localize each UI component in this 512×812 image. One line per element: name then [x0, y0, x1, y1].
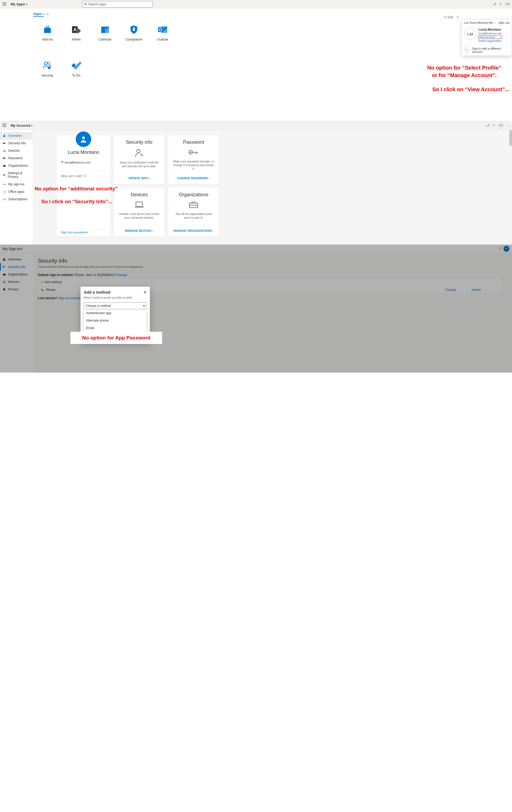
app-calendar[interactable]: Calendar — [91, 24, 119, 50]
app-label: Security — [41, 74, 53, 77]
modal-backdrop[interactable] — [0, 244, 512, 373]
annotation: No option for “Select Profile” or for “M… — [427, 64, 501, 79]
option-email[interactable]: Email — [84, 324, 146, 332]
signin-different-account[interactable]: Sign in with a different account — [462, 45, 511, 55]
app-compliance[interactable]: Compliance — [119, 24, 148, 50]
topbar: My Apps▾ 🔍︎ Search apps ⎇ ? LM — [0, 0, 512, 8]
compliance-icon — [129, 24, 139, 35]
app-outlook[interactable]: Outlook — [148, 24, 177, 50]
chevron-down-icon: ▾ — [42, 13, 44, 16]
svg-point-19 — [82, 137, 85, 139]
account-flyout: Los Toros Mexican Restaurant & Ca... Sig… — [462, 20, 511, 55]
calendar-icon — [100, 24, 110, 35]
signout-everywhere-link[interactable]: Sign out everywhere — [61, 231, 88, 234]
org-chart-icon[interactable]: ⎇ — [486, 123, 490, 127]
key-icon: 🔑︎ — [3, 156, 6, 160]
person-key-icon — [134, 148, 144, 158]
more-icon[interactable]: ⋯ — [507, 123, 510, 127]
tab-apps-label: Apps — [33, 12, 42, 16]
tabs: Apps ▾ + — [33, 12, 512, 17]
view-account-link[interactable]: View account — [478, 35, 502, 39]
page-title[interactable]: My Account▾ — [11, 123, 32, 127]
pencil-icon: ✎ — [444, 16, 447, 19]
close-icon[interactable]: ✕ — [143, 290, 147, 294]
profile-avatar-icon — [76, 132, 91, 147]
signout-link[interactable]: Sign out — [499, 21, 509, 24]
search-input[interactable]: 🔍︎ Search apps — [82, 1, 152, 7]
sidebar-label: Settings & Privacy — [8, 171, 30, 179]
app-launcher-icon[interactable] — [3, 2, 7, 6]
sidebar-item-overview[interactable]: 👤︎Overview — [0, 132, 32, 140]
option-alternate-phone[interactable]: Alternate phone — [84, 317, 146, 324]
update-info-link[interactable]: UPDATE INFO › — [129, 177, 150, 180]
sidebar-label: Office apps — [8, 190, 24, 194]
tab-apps[interactable]: Apps ▾ — [33, 12, 44, 17]
more-icon[interactable]: ⋯ — [507, 41, 510, 44]
profile-email: ✉︎lucia@lostoros.com — [61, 161, 90, 164]
card-title: Password — [183, 140, 204, 145]
todo-icon — [71, 60, 82, 71]
sidebar-item-devices[interactable]: 💻︎Devices — [0, 147, 32, 154]
app-todo[interactable]: To Do — [62, 60, 91, 86]
security-icon — [42, 60, 53, 71]
modal-sub: Which method would you like to add? — [84, 296, 147, 299]
devices-card: Devices Disable a lost device and review… — [114, 188, 165, 236]
help-icon[interactable]: ? — [493, 123, 495, 127]
method-select[interactable]: Choose a method ▾ — [84, 302, 147, 309]
org-name: Los Toros Mexican Restaurant & Ca... — [464, 21, 496, 24]
app-launcher-icon[interactable] — [3, 123, 7, 128]
divider — [61, 171, 106, 171]
annotation: No option for “additional security” — [35, 186, 118, 192]
avatar[interactable]: LM — [505, 1, 510, 7]
annotation: No option for App Password — [70, 332, 162, 344]
signin-icon: ↪︎ — [3, 183, 6, 186]
organizations-card: Organizations See all the organizations … — [168, 188, 219, 236]
laptop-icon: 💻︎ — [3, 149, 6, 152]
avatar[interactable]: LM — [498, 123, 504, 128]
org-chart-icon[interactable]: ⎇ — [492, 2, 496, 6]
sidebar-label: Overview — [8, 134, 22, 138]
sidebar: 👤︎Overview 🔑︎Security info 💻︎Devices 🔑︎P… — [0, 130, 33, 244]
svg-point-22 — [190, 152, 192, 153]
help-icon[interactable]: ? — [500, 2, 501, 6]
app-label: Admin — [72, 38, 81, 41]
sidebar-item-office[interactable]: ▢Office apps — [0, 188, 32, 196]
list-view-icon[interactable]: ≡ — [457, 16, 459, 19]
sidebar-label: Subscriptions — [8, 197, 27, 201]
svg-rect-10 — [101, 27, 105, 33]
page-title[interactable]: My Apps▾ — [11, 2, 27, 6]
edit-label: Edit — [448, 16, 453, 19]
card-title: Security info — [126, 140, 152, 145]
security-info-card: Security info Keep your verification met… — [114, 135, 165, 184]
app-security[interactable]: Security — [33, 60, 62, 86]
app-admin[interactable]: A Admin — [62, 24, 91, 50]
scrollbar[interactable] — [509, 130, 512, 146]
manage-orgs-link[interactable]: MANAGE ORGANIZATIONS › — [174, 229, 214, 232]
change-password-link[interactable]: CHANGE PASSWORD › — [178, 177, 210, 180]
sidebar-item-settings[interactable]: ⚙︎Settings & Privacy — [0, 169, 32, 180]
signin-different-label: Sign in with a different account — [472, 47, 509, 53]
add-tab-button[interactable]: + — [46, 12, 49, 16]
sidebar-item-organizations[interactable]: 💼︎Organizations — [0, 162, 32, 169]
card-title: Organizations — [179, 192, 208, 198]
app-label: Add-Ins — [42, 38, 53, 41]
search-icon: 🔍︎ — [84, 2, 87, 6]
app-addins[interactable]: Add-Ins — [33, 24, 62, 50]
sidebar-item-subscriptions[interactable]: ▭Subscriptions — [0, 196, 32, 203]
option-authenticator[interactable]: Authenticator app — [84, 309, 146, 317]
annotation: So I click on “View Account”... — [432, 86, 509, 92]
key-icon: 🔑︎ — [3, 142, 6, 145]
person-icon — [464, 47, 470, 53]
sidebar-item-password[interactable]: 🔑︎Password — [0, 154, 32, 162]
profile-name: Lucia Montano — [61, 150, 106, 155]
modal-title: Add a method — [84, 290, 110, 294]
switch-org-link[interactable]: Switch organization — [478, 39, 502, 42]
why-cant-edit[interactable]: Why can't I edit?ⓘ — [61, 174, 87, 178]
app-label: Calendar — [99, 38, 112, 41]
sidebar-label: Security info — [8, 141, 26, 145]
sidebar-label: Password — [8, 156, 22, 160]
manage-devices-link[interactable]: MANAGE DEVICES › — [125, 229, 153, 232]
sidebar-item-security[interactable]: 🔑︎Security info — [0, 140, 32, 147]
sidebar-item-signins[interactable]: ↪︎My sign-ins — [0, 180, 32, 188]
edit-button[interactable]: ✎Edit≡ — [444, 16, 459, 19]
